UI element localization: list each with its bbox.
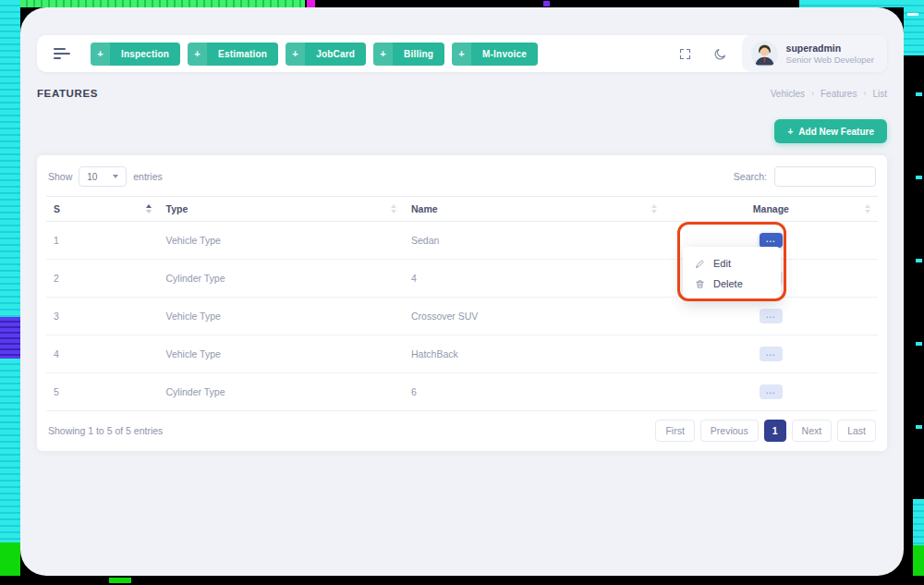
sort-icon (865, 204, 870, 213)
cell-name: HatchBack (404, 335, 664, 373)
billing-button[interactable]: + Billing (373, 43, 444, 66)
m-invoice-button[interactable]: + M-Invoice (452, 43, 538, 66)
plus-icon: + (452, 43, 471, 66)
breadcrumb-vehicles[interactable]: Vehicles (771, 89, 805, 99)
dark-mode-moon-icon[interactable] (707, 40, 735, 67)
show-entries: Show 10 entries (48, 166, 163, 187)
hamburger-menu-icon[interactable] (54, 48, 70, 59)
user-role: Senior Web Developer (786, 55, 874, 66)
jobcard-button-label: JobCard (305, 49, 366, 59)
cell-type: Vehicle Type (159, 335, 405, 373)
user-menu[interactable]: superadmin Senior Web Developer (742, 35, 887, 72)
billing-button-label: Billing (393, 49, 444, 59)
table-controls: Show 10 entries Search: (46, 166, 878, 187)
manage-context-menu: Edit Delete (683, 247, 781, 300)
table-footer: Showing 1 to 5 of 5 entries First Previo… (46, 420, 878, 442)
manage-ellipsis-button[interactable]: ... (760, 309, 783, 323)
pagination-page-1[interactable]: 1 (764, 420, 786, 442)
glitch-stripe-right-green (913, 545, 924, 576)
column-header-manage[interactable]: Manage (664, 197, 878, 222)
trash-delete-icon (695, 279, 705, 289)
glitch-stripe-left-cyan-bottom (0, 359, 20, 542)
column-header-s[interactable]: S (46, 197, 159, 222)
pagination-last[interactable]: Last (837, 420, 876, 442)
cell-type: Vehicle Type (159, 222, 405, 260)
page-size-select[interactable]: 10 (79, 166, 127, 187)
cell-type: Vehicle Type (159, 298, 405, 335)
chevron-down-icon (113, 175, 118, 178)
cell-s: 1 (46, 222, 159, 260)
glitch-dash-right-1 (916, 92, 922, 96)
pagination: First Previous 1 Next Last (655, 420, 876, 442)
breadcrumb-separator: › (863, 89, 866, 98)
topbar: + Inspection + Estimation + JobCard + Bi… (37, 35, 887, 72)
topbar-right: superadmin Senior Web Developer (672, 35, 887, 72)
cell-name: Crossover SUV (404, 298, 664, 335)
column-header-s-label: S (54, 203, 60, 214)
pagination-next[interactable]: Next (792, 420, 833, 442)
add-new-feature-button[interactable]: + Add New Feature (774, 119, 887, 143)
plus-icon: + (373, 43, 393, 66)
table-row: 3 Vehicle Type Crossover SUV ... (46, 298, 878, 335)
column-header-name-label: Name (411, 203, 438, 214)
cell-s: 4 (46, 335, 159, 373)
features-table-card: Show 10 entries Search: S (37, 155, 887, 451)
pagination-first[interactable]: First (655, 420, 694, 442)
sort-icon (146, 204, 152, 213)
search-input[interactable] (774, 166, 876, 187)
page-title: FEATURES (37, 88, 98, 99)
glitch-stripe-left-cyan-top (0, 0, 20, 317)
cell-s: 2 (46, 260, 159, 298)
search-label: Search: (734, 171, 767, 182)
add-new-feature-label: Add New Feature (798, 127, 874, 137)
page-size-value: 10 (87, 172, 97, 182)
inspection-button[interactable]: + Inspection (91, 43, 180, 66)
manage-ellipsis-button[interactable]: ... (760, 347, 783, 361)
glitch-stripe-left-purple (0, 317, 20, 359)
plus-icon: + (286, 43, 305, 66)
cell-name: 6 (404, 373, 664, 411)
inspection-button-label: Inspection (110, 49, 180, 59)
glitch-dash-right-2 (916, 176, 922, 179)
screenshot-root: { "topbar": { "menu_buttons": [ { "plus"… (0, 0, 924, 585)
jobcard-button[interactable]: + JobCard (286, 43, 366, 66)
user-text: superadmin Senior Web Developer (786, 43, 874, 66)
fullscreen-icon[interactable] (672, 40, 699, 67)
title-row: FEATURES Vehicles › Features › List (37, 88, 887, 99)
column-header-name[interactable]: Name (404, 197, 664, 222)
pagination-previous[interactable]: Previous (700, 420, 759, 442)
table-row: 5 Cylinder Type 6 ... (46, 373, 878, 411)
table-header-row: S Type Name Manage (46, 197, 878, 222)
sort-icon (391, 204, 396, 213)
breadcrumb-list: List (872, 89, 887, 99)
glitch-dot-magenta (307, 0, 315, 7)
breadcrumb: Vehicles › Features › List (771, 89, 887, 99)
glitch-dash-right-4 (916, 342, 922, 346)
glitch-dash-white (907, 13, 918, 16)
estimation-button[interactable]: + Estimation (188, 43, 278, 66)
menu-item-edit-label: Edit (713, 258, 731, 269)
glitch-stripe-top-cyan (799, 0, 924, 7)
plus-icon: + (188, 43, 207, 66)
manage-ellipsis-button[interactable]: ... (760, 233, 783, 248)
search-wrap: Search: (734, 166, 876, 187)
cell-type: Cylinder Type (159, 373, 405, 411)
cell-s: 5 (46, 373, 159, 411)
estimation-button-label: Estimation (207, 49, 278, 59)
column-header-type-label: Type (166, 203, 188, 214)
glitch-stripe-top-green (20, 0, 305, 7)
manage-ellipsis-button[interactable]: ... (760, 384, 783, 399)
cell-type: Cylinder Type (159, 260, 405, 298)
menu-item-edit[interactable]: Edit (683, 253, 781, 274)
plus-icon: + (787, 127, 793, 137)
sort-icon (651, 204, 657, 213)
column-header-manage-label: Manage (753, 203, 789, 214)
glitch-stripe-left-green (0, 542, 20, 576)
column-header-type[interactable]: Type (159, 197, 405, 222)
breadcrumb-features[interactable]: Features (821, 89, 857, 99)
glitch-dot-purple (543, 1, 550, 6)
breadcrumb-separator: › (811, 89, 814, 98)
add-row: + Add New Feature (37, 119, 887, 143)
menu-item-delete[interactable]: Delete (683, 274, 781, 294)
entries-label: entries (133, 171, 163, 182)
